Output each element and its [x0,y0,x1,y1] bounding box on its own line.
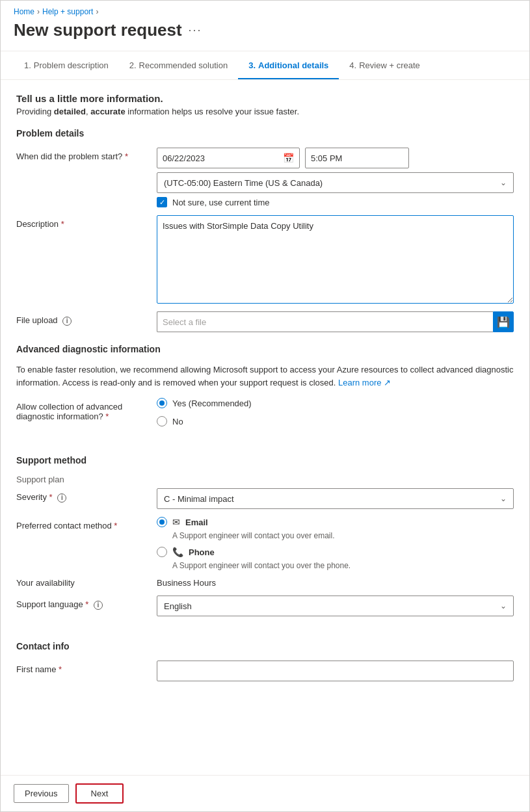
not-sure-checkbox[interactable]: ✓ [157,197,167,207]
file-upload-input-row: Select a file 💾 [157,311,514,332]
support-plan-label: Support plan [16,475,514,484]
intro-subtitle: Providing detailed, accurate information… [16,107,514,116]
phone-label: Phone [189,547,215,557]
breadcrumb-home[interactable]: Home [14,7,34,16]
step-2-num: 2. [129,60,137,70]
calendar-icon: 📅 [283,153,294,163]
previous-button[interactable]: Previous [14,784,69,803]
file-browse-button[interactable]: 💾 [493,311,514,332]
step-2-label: Recommended solution [139,60,228,70]
file-btn-icon: 💾 [497,316,510,328]
email-radio-row: ✉ Email [157,517,514,527]
step-4[interactable]: 4. Review + create [339,51,430,79]
severity-row: Severity * i C - Minimal impact ⌄ [16,488,514,509]
file-placeholder: Select a file [163,317,206,327]
allow-collection-row: Allow collection of advanced diagnostic … [16,398,514,430]
desc-required: * [61,219,64,229]
timezone-chevron: ⌄ [500,178,507,187]
timezone-value: (UTC-05:00) Eastern Time (US & Canada) [164,178,323,188]
phone-desc: A Support engineer will contact you over… [172,561,514,570]
phone-icon: 📞 [172,547,183,557]
next-button[interactable]: Next [75,783,124,804]
email-icon: ✉ [172,517,180,527]
allow-required: * [105,412,109,421]
no-label: No [172,417,183,426]
footer: Previous Next [1,775,529,811]
severity-required: * [49,492,53,502]
step-4-num: 4. [349,60,356,70]
first-name-input[interactable] [157,661,514,681]
first-name-label: First name * [16,661,146,674]
step-2[interactable]: 2. Recommended solution [119,51,238,79]
yes-label: Yes (Recommended) [172,399,252,408]
problem-details-header: Problem details [16,128,514,138]
intro-title: Tell us a little more information. [16,93,514,104]
not-sure-label: Not sure, use current time [172,198,270,207]
lang-info-icon[interactable]: i [94,601,103,610]
when-problem-start-row: When did the problem start? * 06/22/2023… [16,148,514,207]
availability-value: Business Hours [157,578,216,588]
first-name-row: First name * [16,661,514,681]
lang-required: * [85,599,88,609]
support-language-row: Support language * i English ⌄ [16,596,514,616]
learn-more-link[interactable]: Learn more ↗ [338,378,391,387]
no-radio-row: No [157,416,514,426]
when-controls: 06/22/2023 📅 5:05 PM (UTC-05:00) Eastern… [157,148,514,207]
email-label: Email [185,517,208,527]
step-4-label: Review + create [359,60,420,70]
first-name-controls [157,661,514,681]
date-value: 06/22/2023 [163,153,205,163]
step-1[interactable]: 1. Problem description [14,51,119,79]
time-value: 5:05 PM [311,153,342,163]
allow-collection-controls: Yes (Recommended) No [157,398,514,430]
page-title: New support request [14,20,182,40]
yes-radio-row: Yes (Recommended) [157,398,514,408]
step-3[interactable]: 3. Additional details [238,51,339,79]
contact-required: * [114,521,117,530]
step-3-label: Additional details [258,60,328,70]
yes-radio[interactable] [157,398,167,408]
timezone-select[interactable]: (UTC-05:00) Eastern Time (US & Canada) ⌄ [157,172,514,193]
phone-radio[interactable] [157,547,167,557]
step-1-num: 1. [24,60,31,70]
description-controls: Issues with StorSimple Data Copy Utility [157,215,514,304]
main-content: Tell us a little more information. Provi… [1,80,529,741]
wizard-steps: 1. Problem description 2. Recommended so… [1,51,529,80]
check-mark: ✓ [159,198,165,207]
contact-method-label: Preferred contact method * [16,517,146,530]
no-radio[interactable] [157,416,167,426]
contact-info-header: Contact info [16,641,514,651]
ellipsis-button[interactable]: ··· [189,23,202,37]
availability-row: Your availability Business Hours [16,578,514,588]
language-controls: English ⌄ [157,596,514,616]
breadcrumb-help[interactable]: Help + support [42,7,93,16]
adv-diag-header: Advanced diagnostic information [16,344,514,354]
file-upload-info-icon[interactable]: i [62,317,72,326]
language-dropdown[interactable]: English ⌄ [157,596,514,616]
severity-dropdown[interactable]: C - Minimal impact ⌄ [157,488,514,509]
severity-value: C - Minimal impact [164,494,234,504]
time-input[interactable]: 5:05 PM [305,148,409,168]
description-label: Description * [16,215,146,229]
contact-method-controls: ✉ Email A Support engineer will contact … [157,517,514,570]
email-radio[interactable] [157,517,167,527]
breadcrumb-sep2: › [96,7,98,16]
email-option: ✉ Email A Support engineer will contact … [157,517,514,540]
language-value: English [164,601,192,611]
support-method-header: Support method [16,455,514,465]
not-sure-checkbox-row: ✓ Not sure, use current time [157,197,514,207]
file-upload-row: File upload i Select a file 💾 [16,311,514,332]
severity-controls: C - Minimal impact ⌄ [157,488,514,509]
adv-diag-body: To enable faster resolution, we recommen… [16,363,514,389]
breadcrumb-sep1: › [37,7,40,16]
severity-chevron: ⌄ [500,494,507,503]
file-upload-label: File upload i [16,311,146,326]
severity-info-icon[interactable]: i [57,493,66,503]
breadcrumb: Home › Help + support › [1,1,529,20]
file-input[interactable]: Select a file [157,311,493,332]
phone-option: 📞 Phone A Support engineer will contact … [157,547,514,570]
description-textarea[interactable]: Issues with StorSimple Data Copy Utility [157,215,514,304]
description-row: Description * Issues with StorSimple Dat… [16,215,514,304]
date-input[interactable]: 06/22/2023 📅 [157,148,300,168]
availability-label: Your availability [16,578,146,588]
